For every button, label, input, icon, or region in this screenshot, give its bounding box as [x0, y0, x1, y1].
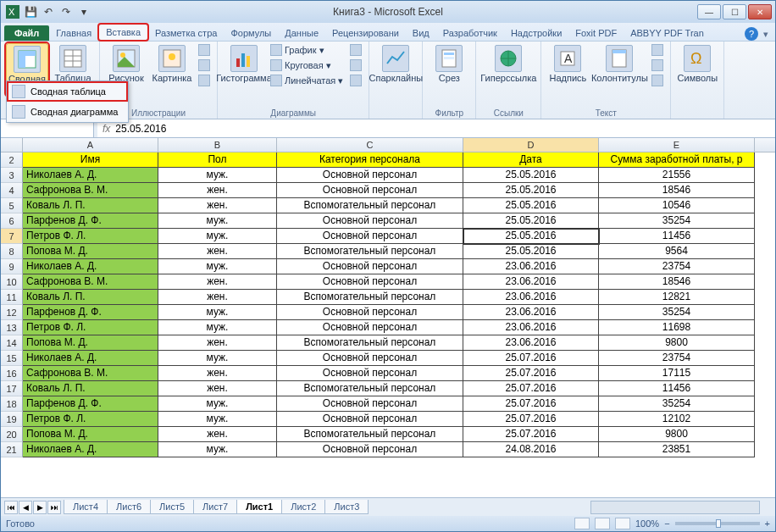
sheet-nav-last[interactable]: ⏭ — [47, 501, 61, 514]
sheet-tab[interactable]: Лист3 — [324, 500, 369, 514]
data-cell[interactable]: 11456 — [599, 229, 755, 244]
data-cell[interactable]: муж. — [158, 229, 277, 244]
data-cell[interactable]: муж. — [158, 351, 277, 366]
header-cell[interactable]: Имя — [23, 152, 158, 168]
data-cell[interactable]: Попова М. Д. — [23, 244, 158, 259]
data-cell[interactable]: 18546 — [599, 274, 755, 290]
data-cell[interactable]: 9800 — [599, 335, 755, 351]
data-cell[interactable]: Основной персонал — [277, 259, 463, 274]
data-cell[interactable]: 23.06.2016 — [463, 290, 599, 305]
row-header[interactable]: 6 — [1, 213, 23, 229]
sheet-tab[interactable]: Лист6 — [107, 500, 151, 514]
data-cell[interactable]: Основной персонал — [277, 351, 463, 366]
area-chart-button[interactable] — [348, 43, 363, 57]
data-cell[interactable]: Основной персонал — [277, 412, 463, 427]
data-cell[interactable]: 9800 — [599, 427, 755, 442]
horizontal-scrollbar[interactable] — [590, 501, 760, 514]
excel-icon[interactable]: X — [4, 3, 21, 20]
row-header[interactable]: 14 — [1, 335, 23, 351]
data-cell[interactable]: 23.06.2016 — [463, 335, 599, 351]
data-cell[interactable]: 25.05.2016 — [463, 244, 599, 259]
data-cell[interactable]: Вспомогательный персонал — [277, 198, 463, 213]
other-chart-button[interactable] — [348, 74, 363, 87]
data-cell[interactable]: жен. — [158, 244, 277, 259]
data-cell[interactable]: 23.06.2016 — [463, 320, 599, 335]
data-cell[interactable]: 25.07.2016 — [463, 351, 599, 366]
data-cell[interactable]: 18546 — [599, 183, 755, 198]
data-cell[interactable]: муж. — [158, 213, 277, 229]
data-cell[interactable]: муж. — [158, 412, 277, 427]
data-cell[interactable]: жен. — [158, 183, 277, 198]
data-cell[interactable]: Основной персонал — [277, 274, 463, 290]
grid[interactable]: 2ИмяПолКатегория персоналаДатаСумма зара… — [1, 152, 775, 497]
data-cell[interactable]: Вспомогательный персонал — [277, 427, 463, 442]
sheet-tab[interactable]: Лист7 — [193, 500, 237, 514]
row-header[interactable]: 11 — [1, 290, 23, 305]
data-cell[interactable]: жен. — [158, 274, 277, 290]
data-cell[interactable]: Коваль Л. П. — [23, 198, 158, 213]
data-cell[interactable]: муж. — [158, 320, 277, 335]
help-icon[interactable]: ? — [745, 27, 758, 41]
tab-addins[interactable]: Надстройки — [504, 25, 568, 41]
data-cell[interactable]: 35254 — [599, 396, 755, 412]
data-cell[interactable]: 23.06.2016 — [463, 274, 599, 290]
qat-more-icon[interactable]: ▾ — [75, 3, 92, 20]
row-header[interactable]: 19 — [1, 412, 23, 427]
zoom-out-button[interactable]: − — [664, 518, 669, 529]
select-all-corner[interactable] — [1, 138, 23, 152]
tab-file[interactable]: Файл — [4, 25, 49, 41]
tab-pagelayout[interactable]: Разметка стра — [148, 25, 224, 41]
data-cell[interactable]: 35254 — [599, 213, 755, 229]
row-header[interactable]: 4 — [1, 183, 23, 198]
data-cell[interactable]: 25.07.2016 — [463, 412, 599, 427]
data-cell[interactable]: Основной персонал — [277, 229, 463, 244]
picture-button[interactable]: Рисунок — [105, 43, 147, 85]
data-cell[interactable]: Коваль Л. П. — [23, 381, 158, 396]
tab-foxit[interactable]: Foxit PDF — [568, 25, 624, 41]
column-header-A[interactable]: A — [23, 138, 158, 152]
header-cell[interactable]: Сумма заработной платы, р — [599, 152, 755, 168]
row-header[interactable]: 16 — [1, 366, 23, 381]
clipart-button[interactable]: Картинка — [151, 43, 193, 85]
data-cell[interactable]: жен. — [158, 335, 277, 351]
data-cell[interactable]: муж. — [158, 442, 277, 457]
data-cell[interactable]: 25.05.2016 — [463, 198, 599, 213]
tab-view[interactable]: Вид — [406, 25, 436, 41]
save-icon[interactable]: 💾 — [22, 3, 39, 20]
data-cell[interactable]: Вспомогательный персонал — [277, 244, 463, 259]
histogram-button[interactable]: Гистограмма — [223, 43, 265, 85]
data-cell[interactable]: Основной персонал — [277, 442, 463, 457]
zoom-in-button[interactable]: + — [765, 518, 770, 529]
smartart-button[interactable] — [197, 58, 212, 72]
data-cell[interactable]: 23.06.2016 — [463, 259, 599, 274]
data-cell[interactable]: 12102 — [599, 412, 755, 427]
tab-insert[interactable]: Вставка — [98, 24, 148, 41]
header-cell[interactable]: Категория персонала — [277, 152, 463, 168]
row-header[interactable]: 2 — [1, 152, 23, 168]
tab-formulas[interactable]: Формулы — [224, 25, 278, 41]
data-cell[interactable]: Николаев А. Д. — [23, 168, 158, 183]
data-cell[interactable]: Петров Ф. Л. — [23, 229, 158, 244]
data-cell[interactable]: 24.08.2016 — [463, 442, 599, 457]
data-cell[interactable]: 12821 — [599, 290, 755, 305]
wordart-button[interactable] — [650, 43, 665, 57]
signature-button[interactable] — [650, 58, 665, 72]
data-cell[interactable]: Вспомогательный персонал — [277, 335, 463, 351]
column-header-C[interactable]: C — [277, 138, 463, 152]
data-cell[interactable]: жен. — [158, 427, 277, 442]
header-cell[interactable]: Пол — [158, 152, 277, 168]
data-cell[interactable]: Основной персонал — [277, 320, 463, 335]
data-cell[interactable]: 25.07.2016 — [463, 427, 599, 442]
table-button[interactable]: Таблица — [52, 43, 94, 85]
data-cell[interactable]: 25.07.2016 — [463, 396, 599, 412]
sheet-nav-first[interactable]: ⏮ — [4, 501, 18, 514]
data-cell[interactable]: Основной персонал — [277, 305, 463, 320]
data-cell[interactable]: 35254 — [599, 305, 755, 320]
data-cell[interactable]: Попова М. Д. — [23, 427, 158, 442]
slicer-button[interactable]: Срез — [428, 43, 470, 85]
data-cell[interactable]: Основной персонал — [277, 168, 463, 183]
bar-chart-button[interactable]: Линейчатая ▾ — [269, 74, 345, 87]
sheet-tab[interactable]: Лист4 — [64, 500, 108, 514]
maximize-button[interactable]: ☐ — [723, 4, 746, 19]
row-header[interactable]: 12 — [1, 305, 23, 320]
